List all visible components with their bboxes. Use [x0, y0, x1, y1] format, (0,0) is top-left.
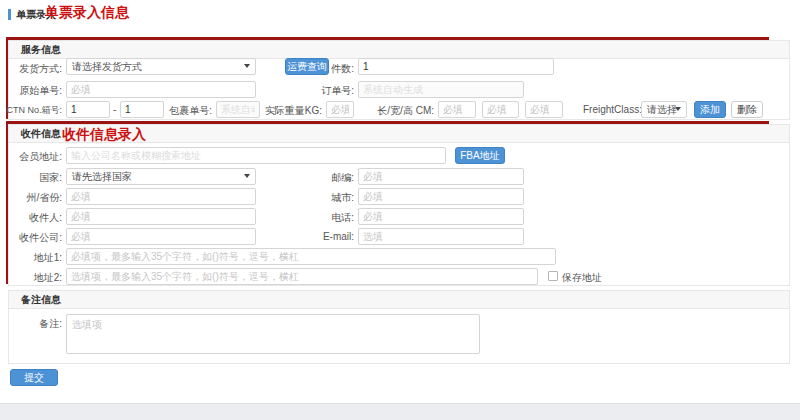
ctn-no-separator: -: [113, 104, 116, 115]
original-no-input[interactable]: [66, 81, 256, 98]
zip-input[interactable]: [358, 168, 524, 185]
email-label: E-mail:: [300, 231, 354, 242]
breadcrumb-accent-bar: [8, 9, 11, 20]
member-address-label: 会员地址:: [6, 150, 62, 164]
shipping-method-label: 发货方式:: [6, 62, 62, 76]
country-label: 国家:: [6, 171, 62, 185]
freight-class-label: FreightClass:: [583, 104, 637, 115]
footer-bar: [0, 403, 800, 420]
ctn-no-start-input[interactable]: [66, 101, 110, 118]
recipient-name-label: 收件人:: [6, 211, 62, 225]
save-address-checkbox[interactable]: [548, 271, 558, 281]
height-input[interactable]: [525, 101, 563, 118]
state-input[interactable]: [66, 188, 256, 205]
address2-input[interactable]: [66, 268, 538, 285]
ctn-no-end-input[interactable]: [120, 101, 164, 118]
phone-input[interactable]: [358, 208, 524, 225]
dimensions-label: 长/宽/高 CM:: [372, 104, 434, 118]
address2-label: 地址2:: [6, 271, 62, 285]
address1-label: 地址1:: [6, 251, 62, 265]
pieces-input[interactable]: [358, 58, 554, 75]
company-input[interactable]: [66, 228, 256, 245]
service-panel-header: 服务信息: [9, 41, 789, 59]
zip-label: 邮编:: [300, 171, 354, 185]
country-select[interactable]: 请先选择国家: [66, 168, 256, 185]
save-address-label: 保存地址: [562, 271, 602, 285]
freight-class-value: 请选择: [647, 104, 677, 115]
remark-textarea[interactable]: [66, 314, 480, 354]
order-no-label: 订单号:: [300, 84, 354, 98]
city-label: 城市:: [300, 191, 354, 205]
pieces-label: 件数:: [300, 62, 354, 76]
state-label: 州/省份:: [6, 191, 62, 205]
recipient-name-input[interactable]: [66, 208, 256, 225]
company-label: 收件公司:: [6, 231, 62, 245]
address1-input[interactable]: [66, 248, 556, 265]
ctn-no-label: CTN No.箱号:: [0, 104, 62, 117]
annotation-recipient-title: 收件信息录入: [62, 126, 146, 144]
shipping-method-select[interactable]: 请选择发货方式: [66, 58, 256, 75]
chevron-down-icon: [675, 107, 681, 111]
remark-label: 备注:: [6, 317, 62, 331]
order-no-input[interactable]: [358, 81, 524, 98]
phone-label: 电话:: [300, 211, 354, 225]
chevron-down-icon: [244, 174, 250, 178]
annotation-page-title: 单票录入信息: [45, 4, 129, 22]
shipping-method-value: 请选择发货方式: [72, 61, 142, 72]
package-no-input[interactable]: [216, 101, 260, 118]
original-no-label: 原始单号:: [6, 84, 62, 98]
country-value: 请先选择国家: [72, 171, 132, 182]
chevron-down-icon: [244, 64, 250, 68]
fba-address-button[interactable]: FBA地址: [455, 147, 505, 164]
email-input[interactable]: [358, 228, 524, 245]
width-input[interactable]: [482, 101, 519, 118]
city-input[interactable]: [358, 188, 524, 205]
weight-input[interactable]: [326, 101, 354, 118]
delete-button[interactable]: 删除: [731, 101, 763, 118]
add-button[interactable]: 添加: [694, 101, 726, 118]
package-no-label: 包裹单号:: [166, 104, 212, 118]
weight-label: 实际重量KG:: [262, 104, 322, 118]
member-address-input[interactable]: [66, 147, 446, 164]
submit-button[interactable]: 提交: [10, 369, 58, 386]
freight-class-select[interactable]: 请选择: [641, 101, 687, 118]
remark-panel-header: 备注信息: [9, 291, 789, 309]
length-input[interactable]: [438, 101, 476, 118]
